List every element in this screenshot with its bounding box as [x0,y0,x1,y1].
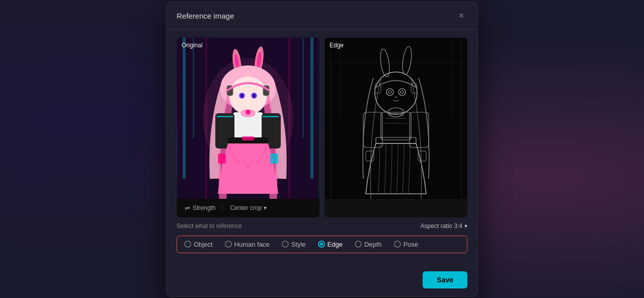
svg-rect-24 [263,116,279,117]
modal-footer: Save [167,269,477,296]
radio-circle-edge [318,241,325,248]
anime-girl-svg [177,38,319,199]
svg-rect-28 [270,154,278,164]
radio-option-edge[interactable]: Edge [313,238,348,251]
aspect-ratio-button[interactable]: Aspect ratio 3:4 ▾ [421,222,467,230]
radio-circle-human-face [225,241,232,248]
close-button[interactable]: × [455,10,467,22]
modal-title: Reference image [177,12,234,20]
radio-circle-depth [355,241,362,248]
radio-circle-style [282,241,289,248]
modal-body: Original [167,30,477,269]
image-bottom-bar: ⇌ Strength Center crop ▾ [177,199,319,217]
svg-rect-4 [302,38,304,138]
images-row: Original [177,38,467,217]
edge-image-container: Edge [325,38,467,217]
crop-label: Center crop [230,204,262,211]
radio-circle-pose [394,241,401,248]
svg-rect-26 [242,136,254,140]
aspect-chevron-icon: ▾ [464,222,467,230]
select-section: Select what to reference Aspect ratio 3:… [177,222,467,230]
save-button[interactable]: Save [423,271,467,288]
strength-label: Strength [193,204,215,211]
aspect-ratio-label: Aspect ratio 3:4 [421,222,462,230]
radio-label-edge: Edge [328,241,343,248]
svg-point-18 [240,94,244,98]
original-image-container: Original [177,38,319,217]
edge-image [325,38,467,199]
svg-point-30 [246,110,251,115]
radio-label-object: Object [194,241,213,248]
radio-label-pose: Pose [404,241,419,248]
edge-label: Edge [330,42,344,49]
svg-point-19 [253,94,256,98]
radio-label-depth: Depth [364,241,382,248]
select-label: Select what to reference [177,222,242,230]
radio-option-object[interactable]: Object [179,238,218,251]
crop-button[interactable]: Center crop ▾ [227,203,270,213]
reference-image-modal: Reference image × Original [166,2,478,297]
radio-label-style: Style [291,241,306,248]
divider [222,204,223,211]
original-label: Original [182,42,202,49]
svg-rect-23 [217,116,233,117]
radio-option-depth[interactable]: Depth [350,238,387,251]
edge-girl-svg [325,38,467,199]
radio-option-style[interactable]: Style [277,238,311,251]
modal-header: Reference image × [167,2,477,30]
svg-rect-2 [310,38,313,179]
reference-type-radio-group: ObjectHuman faceStyleEdgeDepthPose [177,236,467,253]
radio-option-human-face[interactable]: Human face [220,238,275,251]
strength-button[interactable]: ⇌ Strength [182,203,218,213]
radio-label-human-face: Human face [234,241,270,248]
svg-rect-3 [193,38,194,138]
chevron-down-icon: ▾ [264,204,267,211]
sliders-icon: ⇌ [185,204,190,212]
radio-circle-object [184,241,191,248]
anime-image [177,38,319,199]
radio-option-pose[interactable]: Pose [389,238,424,251]
svg-rect-27 [218,154,226,164]
svg-rect-1 [183,38,186,179]
